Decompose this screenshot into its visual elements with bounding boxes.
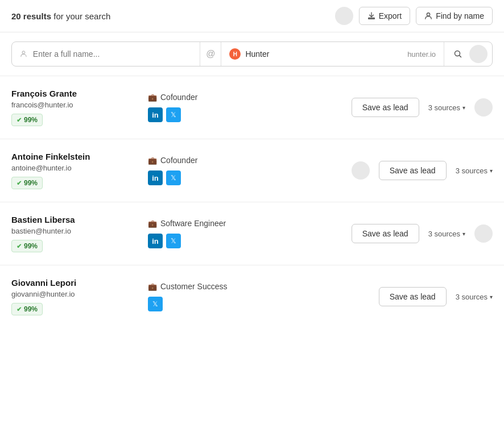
person-info: Giovanni Lepori giovanni@hunter.io ✔ 99% xyxy=(11,278,148,315)
social-links: in 𝕏 xyxy=(148,107,181,122)
sources-button[interactable]: 3 sources ▾ xyxy=(428,230,465,238)
row-circle-button-right[interactable] xyxy=(474,224,493,243)
results-suffix: for your search xyxy=(51,11,110,21)
sources-button[interactable]: 3 sources ▾ xyxy=(428,103,465,112)
sources-button[interactable]: 3 sources ▾ xyxy=(456,167,493,175)
results-count: 20 results xyxy=(11,11,51,21)
table-row: Giovanni Lepori giovanni@hunter.io ✔ 99%… xyxy=(0,265,504,328)
person-info: François Grante francois@hunter.io ✔ 99% xyxy=(11,89,148,126)
social-links: in 𝕏 xyxy=(148,234,181,248)
svg-point-0 xyxy=(427,13,430,16)
search-icon xyxy=(453,49,462,59)
table-row: Antoine Finkelstein antoine@hunter.io ✔ … xyxy=(0,139,504,202)
linkedin-link[interactable]: in xyxy=(148,170,163,185)
domain-section: H Hunter hunter.io xyxy=(221,42,444,66)
sources-button[interactable]: 3 sources ▾ xyxy=(456,293,493,301)
person-email: giovanni@hunter.io xyxy=(11,290,148,298)
person-name: Giovanni Lepori xyxy=(11,278,148,288)
export-icon xyxy=(367,12,375,20)
role-section: 💼 Cofounder in 𝕏 xyxy=(148,156,273,185)
hunter-logo: H xyxy=(229,48,241,60)
results-list: François Grante francois@hunter.io ✔ 99%… xyxy=(0,76,504,328)
shield-icon: ✔ xyxy=(16,117,22,124)
search-button[interactable] xyxy=(449,45,467,63)
social-links: 𝕏 xyxy=(148,297,163,311)
shield-icon: ✔ xyxy=(16,180,22,187)
person-name: Bastien Libersa xyxy=(11,215,148,224)
domain-url: hunter.io xyxy=(407,50,436,59)
actions-section: Save as lead 3 sources ▾ xyxy=(352,98,493,117)
confidence-badge: ✔ 99% xyxy=(11,240,43,252)
save-as-lead-button[interactable]: Save as lead xyxy=(379,287,447,306)
linkedin-link[interactable]: in xyxy=(148,107,163,122)
save-as-lead-button[interactable]: Save as lead xyxy=(352,98,419,117)
search-input[interactable] xyxy=(33,49,192,59)
save-as-lead-button[interactable]: Save as lead xyxy=(379,161,447,180)
person-info: Bastien Libersa bastien@hunter.io ✔ 99% xyxy=(11,215,148,252)
briefcase-icon: 💼 xyxy=(148,156,157,165)
twitter-link[interactable]: 𝕏 xyxy=(166,234,181,248)
person-icon xyxy=(424,12,432,20)
role-section: 💼 Customer Success 𝕏 xyxy=(148,282,273,311)
name-input-wrapper xyxy=(12,42,200,66)
linkedin-link[interactable]: in xyxy=(148,234,163,248)
person-email: bastien@hunter.io xyxy=(11,227,148,235)
chevron-down-icon: ▾ xyxy=(490,168,493,174)
header-actions: Export Find by name xyxy=(335,7,493,25)
twitter-link[interactable]: 𝕏 xyxy=(166,170,181,185)
row-circle-button-left[interactable] xyxy=(352,161,370,180)
results-summary: 20 results for your search xyxy=(11,11,110,21)
role-title: 💼 Software Engineer xyxy=(148,219,226,228)
briefcase-icon: 💼 xyxy=(148,219,157,228)
header-circle-button[interactable] xyxy=(335,7,353,25)
role-title: 💼 Customer Success xyxy=(148,282,227,291)
search-actions xyxy=(444,42,492,66)
row-circle-button[interactable] xyxy=(474,98,493,117)
save-as-lead-button[interactable]: Save as lead xyxy=(352,224,419,243)
actions-section: Save as lead 3 sources ▾ xyxy=(352,224,493,243)
person-email: francois@hunter.io xyxy=(11,101,148,109)
person-info: Antoine Finkelstein antoine@hunter.io ✔ … xyxy=(11,152,148,189)
role-title: 💼 Cofounder xyxy=(148,156,197,165)
role-section: 💼 Software Engineer in 𝕏 xyxy=(148,219,273,248)
person-name: François Grante xyxy=(11,89,148,98)
person-email: antoine@hunter.io xyxy=(11,164,148,172)
shield-icon: ✔ xyxy=(16,306,22,313)
at-divider: @ xyxy=(200,42,221,66)
table-row: François Grante francois@hunter.io ✔ 99%… xyxy=(0,76,504,139)
person-name: Antoine Finkelstein xyxy=(11,152,148,161)
twitter-link[interactable]: 𝕏 xyxy=(166,107,181,122)
person-search-icon xyxy=(20,49,28,59)
social-links: in 𝕏 xyxy=(148,170,181,185)
search-bar: @ H Hunter hunter.io xyxy=(11,41,493,66)
chevron-down-icon: ▾ xyxy=(490,294,493,300)
chevron-down-icon: ▾ xyxy=(462,105,465,111)
twitter-link[interactable]: 𝕏 xyxy=(148,297,163,311)
shield-icon: ✔ xyxy=(16,243,22,250)
table-row: Bastien Libersa bastien@hunter.io ✔ 99% … xyxy=(0,202,504,265)
actions-section: Save as lead 3 sources ▾ xyxy=(352,161,493,180)
svg-point-1 xyxy=(22,51,25,54)
briefcase-icon: 💼 xyxy=(148,93,157,102)
page-header: 20 results for your search Export Find b… xyxy=(0,0,504,32)
export-button[interactable]: Export xyxy=(359,7,410,25)
confidence-badge: ✔ 99% xyxy=(11,177,43,189)
company-name: Hunter xyxy=(245,49,269,59)
chevron-down-icon: ▾ xyxy=(462,231,465,237)
confidence-badge: ✔ 99% xyxy=(11,303,43,315)
find-by-name-button[interactable]: Find by name xyxy=(416,7,493,25)
confidence-badge: ✔ 99% xyxy=(11,114,43,126)
search-circle-button[interactable] xyxy=(469,45,488,63)
briefcase-icon: 💼 xyxy=(148,282,157,291)
role-section: 💼 Cofounder in 𝕏 xyxy=(148,93,273,122)
role-title: 💼 Cofounder xyxy=(148,93,197,102)
actions-section: Save as lead 3 sources ▾ xyxy=(379,287,493,306)
